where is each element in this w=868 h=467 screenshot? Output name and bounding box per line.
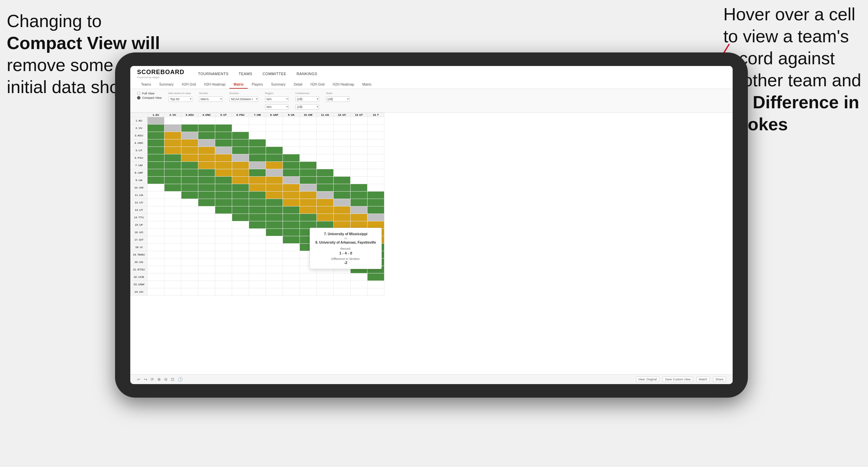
matrix-cell[interactable] [249,251,266,259]
matrix-cell[interactable] [266,214,283,221]
matrix-cell[interactable] [232,244,249,251]
matrix-cell[interactable] [198,177,215,184]
matrix-cell[interactable] [215,244,232,251]
matrix-cell[interactable] [164,132,181,139]
matrix-cell[interactable] [300,147,317,154]
division-select[interactable]: NCAA Division I [229,96,258,102]
matrix-cell[interactable] [181,154,198,162]
matrix-cell[interactable] [283,259,300,266]
matrix-cell[interactable] [181,147,198,154]
matrix-cell[interactable] [351,214,368,221]
matrix-cell[interactable] [215,192,232,199]
matrix-cell[interactable] [368,192,384,199]
matrix-cell[interactable] [317,288,334,296]
matrix-cell[interactable] [232,221,249,229]
matrix-cell[interactable] [215,206,232,214]
matrix-cell[interactable] [181,169,198,177]
matrix-cell[interactable] [300,199,317,206]
matrix-cell[interactable] [283,214,300,221]
matrix-cell[interactable] [249,169,266,177]
matrix-cell[interactable] [164,251,181,259]
matrix-cell[interactable] [368,117,384,125]
matrix-cell[interactable] [164,288,181,296]
matrix-cell[interactable] [181,273,198,281]
matrix-cell[interactable] [351,132,368,139]
matrix-cell[interactable] [164,221,181,229]
matrix-cell[interactable] [283,206,300,214]
tab-players[interactable]: Players [248,81,267,89]
matrix-cell[interactable] [368,162,384,169]
matrix-cell[interactable] [334,177,351,184]
matrix-cell[interactable] [334,184,351,192]
matrix-cell[interactable] [232,132,249,139]
matrix-cell[interactable] [232,147,249,154]
matrix-cell[interactable] [283,229,300,236]
matrix-cell[interactable] [266,192,283,199]
matrix-cell[interactable] [232,177,249,184]
matrix-cell[interactable] [368,147,384,154]
matrix-cell[interactable] [198,288,215,296]
matrix-cell[interactable] [232,236,249,244]
matrix-cell[interactable] [164,214,181,221]
matrix-cell[interactable] [300,169,317,177]
matrix-cell[interactable] [148,236,164,244]
matrix-cell[interactable] [266,139,283,147]
matrix-cell[interactable] [198,192,215,199]
matrix-cell[interactable] [283,117,300,125]
matrix-cell[interactable] [164,154,181,162]
matrix-cell[interactable] [334,132,351,139]
matrix-cell[interactable] [198,259,215,266]
tab-summary2[interactable]: Summary [267,81,290,89]
matrix-cell[interactable] [249,221,266,229]
matrix-cell[interactable] [300,117,317,125]
matrix-cell[interactable] [334,154,351,162]
matrix-cell[interactable] [351,177,368,184]
matrix-cell[interactable] [283,251,300,259]
matrix-cell[interactable] [300,288,317,296]
matrix-cell[interactable] [300,184,317,192]
matrix-cell[interactable] [164,199,181,206]
region-select2[interactable]: N/A [265,104,289,110]
matrix-cell[interactable] [368,199,384,206]
matrix-cell[interactable] [266,147,283,154]
matrix-cell[interactable] [164,229,181,236]
zoom-reset-icon[interactable]: ⊡ [171,377,174,382]
matrix-cell[interactable] [249,177,266,184]
matrix-cell[interactable] [148,139,164,147]
matrix-cell[interactable] [148,117,164,125]
nav-link-teams[interactable]: TEAMS [239,72,252,76]
compact-view-radio[interactable]: Compact View [137,96,162,99]
matrix-cell[interactable] [334,206,351,214]
matrix-cell[interactable] [317,139,334,147]
matrix-cell[interactable] [215,273,232,281]
matrix-cell[interactable] [317,281,334,288]
matrix-cell[interactable] [164,177,181,184]
matrix-cell[interactable] [148,169,164,177]
matrix-cell[interactable] [198,117,215,125]
matrix-cell[interactable] [283,154,300,162]
matrix-cell[interactable] [317,147,334,154]
matrix-cell[interactable] [164,169,181,177]
matrix-cell[interactable] [148,251,164,259]
matrix-cell[interactable] [198,169,215,177]
matrix-cell[interactable] [249,273,266,281]
matrix-cell[interactable] [181,288,198,296]
matrix-cell[interactable] [215,229,232,236]
matrix-cell[interactable] [351,117,368,125]
matrix-cell[interactable] [198,221,215,229]
matrix-cell[interactable] [317,273,334,281]
matrix-cell[interactable] [266,162,283,169]
matrix-cell[interactable] [317,206,334,214]
matrix-cell[interactable] [283,266,300,273]
matrix-cell[interactable] [181,214,198,221]
matrix-cell[interactable] [232,125,249,132]
matrix-cell[interactable] [181,125,198,132]
matrix-cell[interactable] [266,221,283,229]
matrix-cell[interactable] [148,206,164,214]
matrix-cell[interactable] [249,139,266,147]
matrix-cell[interactable] [198,281,215,288]
matrix-cell[interactable] [198,236,215,244]
matrix-cell[interactable] [334,125,351,132]
matrix-cell[interactable] [351,154,368,162]
matrix-cell[interactable] [283,244,300,251]
